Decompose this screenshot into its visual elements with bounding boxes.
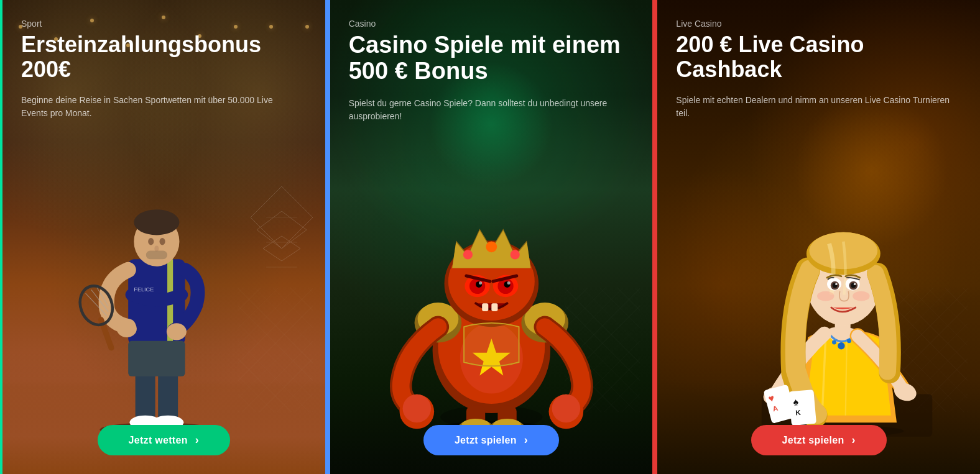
svg-point-48 [507, 281, 510, 285]
casino-image-area [330, 139, 653, 437]
live-casino-image-area: ♥ A ♠ K [657, 139, 980, 437]
tennis-player-svg: FELICE [2, 139, 325, 437]
casino-play-button[interactable]: Jetzt spielen › [423, 425, 559, 455]
live-casino-content: Live Casino 200 € Live Casino Cashback S… [657, 0, 980, 120]
sport-bet-button[interactable]: Jetzt wetten › [98, 425, 230, 455]
sport-category: Sport [21, 19, 307, 29]
live-casino-category: Live Casino [676, 19, 961, 29]
svg-point-77 [853, 291, 870, 301]
svg-point-47 [479, 281, 482, 285]
casino-category: Casino [349, 19, 634, 29]
dealer-svg: ♥ A ♠ K [657, 139, 980, 437]
svg-point-59 [838, 342, 845, 349]
sport-card: Sport Ersteinzahlungsbonus 200€ Beginne … [0, 0, 325, 474]
svg-point-75 [854, 283, 856, 285]
live-casino-play-button[interactable]: Jetzt spielen › [751, 425, 887, 455]
live-casino-description: Spiele mit echten Dealern und nimm an un… [676, 94, 950, 120]
sport-btn-arrow: › [195, 434, 199, 447]
sport-description: Beginne deine Reise in Sachen Sportwette… [21, 94, 295, 120]
svg-point-39 [486, 241, 497, 252]
live-casino-card: Live Casino 200 € Live Casino Cashback S… [655, 0, 980, 474]
svg-point-60 [832, 340, 836, 345]
svg-point-9 [117, 321, 137, 337]
cards-container: Sport Ersteinzahlungsbonus 200€ Beginne … [0, 0, 980, 474]
live-casino-btn-arrow: › [852, 434, 856, 447]
svg-rect-13 [128, 341, 185, 376]
casino-btn-label: Jetzt spielen [455, 435, 517, 446]
svg-point-6 [159, 238, 165, 245]
svg-point-33 [402, 394, 430, 422]
live-casino-btn-label: Jetzt spielen [782, 435, 844, 446]
sport-title: Ersteinzahlungsbonus 200€ [21, 32, 307, 81]
casino-title: Casino Spiele mit einem 500 € Bonus [349, 32, 634, 84]
casino-button-area: Jetzt spielen › [330, 425, 653, 455]
sport-button-area: Jetzt wetten › [2, 425, 325, 455]
svg-rect-50 [491, 303, 497, 311]
svg-point-40 [510, 250, 519, 259]
svg-text:FELICE: FELICE [134, 286, 154, 293]
svg-point-4 [134, 209, 179, 235]
svg-rect-49 [482, 303, 488, 311]
casino-monster-svg [330, 139, 653, 437]
casino-card-content: Casino Casino Spiele mit einem 500 € Bon… [330, 0, 653, 123]
svg-point-38 [463, 250, 473, 259]
svg-point-10 [167, 323, 187, 340]
svg-point-76 [817, 291, 834, 301]
svg-rect-83 [790, 391, 815, 424]
svg-point-61 [847, 339, 851, 343]
casino-btn-arrow: › [524, 434, 528, 447]
sport-btn-label: Jetzt wetten [129, 435, 188, 446]
casino-card: Casino Casino Spiele mit einem 500 € Bon… [328, 0, 653, 474]
live-casino-button-area: Jetzt spielen › [657, 425, 980, 455]
sport-card-content: Sport Ersteinzahlungsbonus 200€ Beginne … [2, 0, 325, 120]
svg-point-7 [154, 246, 159, 252]
svg-point-74 [836, 283, 838, 285]
live-casino-title: 200 € Live Casino Cashback [676, 32, 961, 81]
casino-description: Spielst du gerne Casino Spiele? Dann sol… [349, 97, 622, 123]
sport-image-area: FELICE [2, 139, 325, 437]
svg-point-5 [148, 238, 154, 245]
svg-rect-8 [146, 251, 167, 260]
svg-point-35 [552, 394, 580, 422]
